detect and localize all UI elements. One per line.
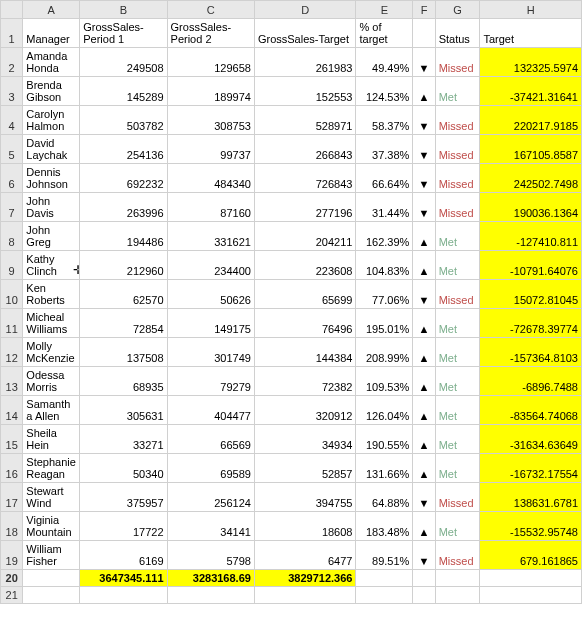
total-gs2[interactable]: 3283168.69: [167, 570, 254, 587]
cell-gs2[interactable]: 129658: [167, 48, 254, 77]
total-gs1[interactable]: 3647345.111: [80, 570, 167, 587]
cell-target[interactable]: -10791.64076: [480, 251, 582, 280]
cell-pct[interactable]: 131.66%: [356, 454, 413, 483]
row-header[interactable]: 9: [1, 251, 23, 280]
cell-status[interactable]: Missed: [435, 106, 480, 135]
cell-gs2[interactable]: 66569: [167, 425, 254, 454]
cell-manager[interactable]: Samantha Allen: [23, 396, 80, 425]
row-header[interactable]: 14: [1, 396, 23, 425]
cell-target[interactable]: -72678.39774: [480, 309, 582, 338]
cell-gs1[interactable]: 17722: [80, 512, 167, 541]
cell-manager[interactable]: Brenda Gibson: [23, 77, 80, 106]
cell-manager[interactable]: Carolyn Halmon: [23, 106, 80, 135]
row-header[interactable]: 3: [1, 77, 23, 106]
cell-target[interactable]: -157364.8103: [480, 338, 582, 367]
cell-manager[interactable]: Odessa Morris: [23, 367, 80, 396]
cell-gstarget[interactable]: 528971: [254, 106, 356, 135]
cell-manager[interactable]: Micheal Williams: [23, 309, 80, 338]
cell-target[interactable]: -15532.95748: [480, 512, 582, 541]
cell-gs1[interactable]: 137508: [80, 338, 167, 367]
cell-gs1[interactable]: 145289: [80, 77, 167, 106]
cell-pct[interactable]: 124.53%: [356, 77, 413, 106]
cell-target[interactable]: -37421.31641: [480, 77, 582, 106]
header-gs1[interactable]: GrossSales-Period 1: [80, 19, 167, 48]
cell-gs1[interactable]: 375957: [80, 483, 167, 512]
col-header-G[interactable]: G: [435, 1, 480, 19]
cell-manager[interactable]: Sheila Hein: [23, 425, 80, 454]
col-header-H[interactable]: H: [480, 1, 582, 19]
cell-status[interactable]: Met: [435, 222, 480, 251]
cell-target[interactable]: -16732.17554: [480, 454, 582, 483]
cell-target[interactable]: 138631.6781: [480, 483, 582, 512]
cell-gs1[interactable]: 50340: [80, 454, 167, 483]
cell-gs2[interactable]: 234400: [167, 251, 254, 280]
header-status[interactable]: Status: [435, 19, 480, 48]
row-header[interactable]: 12: [1, 338, 23, 367]
cell-pct[interactable]: 195.01%: [356, 309, 413, 338]
cell-gs1[interactable]: 33271: [80, 425, 167, 454]
row-header[interactable]: 8: [1, 222, 23, 251]
cell-gs1[interactable]: 212960: [80, 251, 167, 280]
cell-pct[interactable]: 77.06%: [356, 280, 413, 309]
row-header[interactable]: 21: [1, 587, 23, 604]
cell-pct[interactable]: 66.64%: [356, 164, 413, 193]
cell-manager[interactable]: Ken Roberts: [23, 280, 80, 309]
cell-target[interactable]: 220217.9185: [480, 106, 582, 135]
cell-gs2[interactable]: 99737: [167, 135, 254, 164]
cell-manager[interactable]: Kathy Clinch✛: [23, 251, 80, 280]
row-header[interactable]: 19: [1, 541, 23, 570]
cell-pct[interactable]: 126.04%: [356, 396, 413, 425]
header-gstarget[interactable]: GrossSales-Target: [254, 19, 356, 48]
cell-target[interactable]: 190036.1364: [480, 193, 582, 222]
cell-empty[interactable]: [413, 587, 435, 604]
cell-gs2[interactable]: 189974: [167, 77, 254, 106]
cell-status[interactable]: Missed: [435, 48, 480, 77]
cell-empty[interactable]: [356, 587, 413, 604]
cell-gstarget[interactable]: 152553: [254, 77, 356, 106]
row-header[interactable]: 18: [1, 512, 23, 541]
cell-pct[interactable]: 104.83%: [356, 251, 413, 280]
row-header[interactable]: 2: [1, 48, 23, 77]
cell-status[interactable]: Missed: [435, 193, 480, 222]
cell-manager[interactable]: David Laychak: [23, 135, 80, 164]
cell-gstarget[interactable]: 65699: [254, 280, 356, 309]
cell-gs2[interactable]: 50626: [167, 280, 254, 309]
cell-status[interactable]: Met: [435, 367, 480, 396]
cell-target[interactable]: 167105.8587: [480, 135, 582, 164]
cell-pct[interactable]: 183.48%: [356, 512, 413, 541]
cell-gstarget[interactable]: 18608: [254, 512, 356, 541]
cell-pct[interactable]: 64.88%: [356, 483, 413, 512]
cell-gs1[interactable]: 692232: [80, 164, 167, 193]
col-header-A[interactable]: A: [23, 1, 80, 19]
cell-target[interactable]: -6896.7488: [480, 367, 582, 396]
header-target[interactable]: Target: [480, 19, 582, 48]
cell-gstarget[interactable]: 144384: [254, 338, 356, 367]
cell-target[interactable]: 132325.5974: [480, 48, 582, 77]
cell-empty[interactable]: [23, 570, 80, 587]
col-header-C[interactable]: C: [167, 1, 254, 19]
cell-status[interactable]: Met: [435, 512, 480, 541]
cell-gs2[interactable]: 87160: [167, 193, 254, 222]
row-header[interactable]: 7: [1, 193, 23, 222]
header-pct[interactable]: % of target: [356, 19, 413, 48]
row-header[interactable]: 11: [1, 309, 23, 338]
cell-manager[interactable]: Stephanie Reagan: [23, 454, 80, 483]
header-manager[interactable]: Manager: [23, 19, 80, 48]
cell-gstarget[interactable]: 52857: [254, 454, 356, 483]
cell-gs1[interactable]: 254136: [80, 135, 167, 164]
col-header-E[interactable]: E: [356, 1, 413, 19]
cell-status[interactable]: Missed: [435, 280, 480, 309]
cell-gs1[interactable]: 72854: [80, 309, 167, 338]
cell-gstarget[interactable]: 266843: [254, 135, 356, 164]
cell-manager[interactable]: Viginia Mountain: [23, 512, 80, 541]
cell-empty[interactable]: [413, 570, 435, 587]
cell-empty[interactable]: [80, 587, 167, 604]
cell-gstarget[interactable]: 223608: [254, 251, 356, 280]
header-arrow[interactable]: [413, 19, 435, 48]
cell-gs1[interactable]: 263996: [80, 193, 167, 222]
corner-cell[interactable]: [1, 1, 23, 19]
cell-pct[interactable]: 162.39%: [356, 222, 413, 251]
cell-gs2[interactable]: 484340: [167, 164, 254, 193]
row-header[interactable]: 4: [1, 106, 23, 135]
cell-gs1[interactable]: 6169: [80, 541, 167, 570]
